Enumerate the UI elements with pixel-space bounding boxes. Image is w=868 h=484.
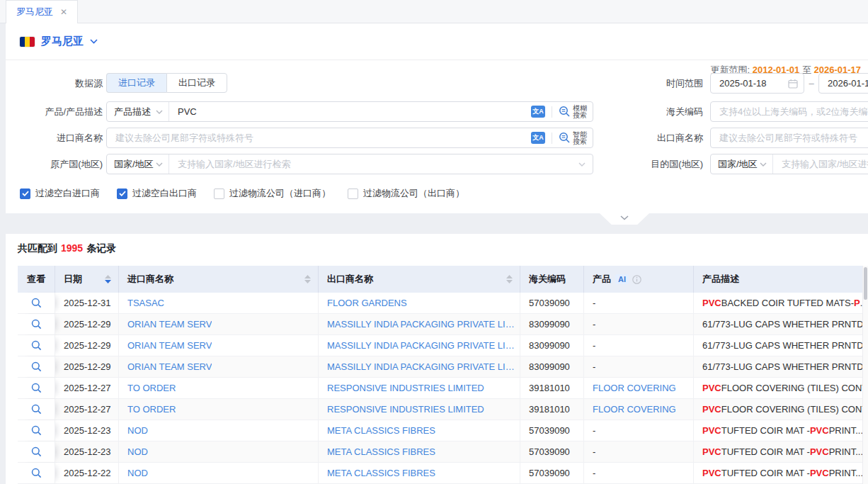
- importer-link[interactable]: ORIAN TEAM SERV: [127, 340, 212, 351]
- cell-product[interactable]: FLOOR COVERING: [584, 378, 694, 398]
- cell-exporter[interactable]: RESPONSIVE INDUSTRIES LIMITED: [319, 378, 520, 398]
- product-link[interactable]: FLOOR COVERING: [593, 404, 676, 415]
- exporter-link[interactable]: MASSILLY INDIA PACKAGING PRIVATE LIMI...: [327, 319, 520, 330]
- cell-importer[interactable]: NOD: [119, 463, 319, 483]
- cell-product: -: [584, 463, 694, 483]
- importer-input[interactable]: 建议去除公司尾部字符或特殊符号: [107, 132, 531, 145]
- search-icon: [31, 383, 42, 393]
- sort-icon-date[interactable]: [105, 275, 111, 283]
- chevron-down-icon[interactable]: [578, 162, 586, 167]
- scrollbar-thumb[interactable]: [864, 267, 867, 300]
- smart-search-button[interactable]: 智能搜索: [559, 131, 587, 145]
- importer-link[interactable]: TO ORDER: [127, 383, 176, 393]
- hs-code-input[interactable]: 支持4位以上海关编码，或2位海关编码加工: [710, 101, 868, 122]
- cell-exporter[interactable]: META CLASSICS FIBRES: [319, 441, 520, 462]
- translate-icon[interactable]: 文A: [531, 106, 545, 118]
- date-start-input[interactable]: 2025-01-18: [710, 73, 804, 94]
- cell-description: 61/773-LUG CAPS WHETHER PRNTD...: [694, 335, 862, 356]
- product-link[interactable]: FLOOR COVERING: [593, 383, 676, 393]
- table-row: 2025-12-27TO ORDERRESPONSIVE INDUSTRIES …: [18, 378, 862, 399]
- col-exporter[interactable]: 出口商名称: [319, 266, 520, 293]
- chevron-down-icon[interactable]: [90, 39, 98, 44]
- data-source-option-0[interactable]: 进口记录: [106, 73, 166, 93]
- cell-importer[interactable]: ORIAN TEAM SERV: [119, 335, 319, 356]
- importer-link[interactable]: ORIAN TEAM SERV: [127, 361, 212, 372]
- cell-product: -: [584, 293, 694, 313]
- cell-importer[interactable]: TSASAC: [119, 293, 319, 313]
- importer-link[interactable]: TSASAC: [127, 298, 164, 308]
- importer-link[interactable]: NOD: [127, 425, 148, 436]
- view-record-button[interactable]: [18, 356, 55, 377]
- sort-icon-exporter[interactable]: [506, 275, 513, 283]
- filter-checkbox-1[interactable]: 过滤空白出口商: [117, 187, 197, 200]
- cell-importer[interactable]: TO ORDER: [119, 399, 319, 420]
- col-date[interactable]: 日期: [55, 266, 119, 293]
- importer-link[interactable]: NOD: [127, 446, 148, 457]
- cell-importer[interactable]: ORIAN TEAM SERV: [119, 356, 319, 377]
- exporter-link[interactable]: META CLASSICS FIBRES: [327, 446, 435, 457]
- exporter-link[interactable]: FLOOR GARDENS: [327, 298, 407, 308]
- cell-exporter[interactable]: MASSILLY INDIA PACKAGING PRIVATE LIMI...: [319, 314, 520, 334]
- filter-checkbox-2[interactable]: 过滤物流公司（进口商）: [214, 187, 331, 200]
- tab-romania[interactable]: 罗马尼亚 ✕: [6, 0, 78, 23]
- exporter-link[interactable]: RESPONSIVE INDUSTRIES LIMITED: [327, 383, 484, 393]
- hs-code-label: 海关编码: [611, 101, 703, 122]
- view-record-button[interactable]: [18, 441, 55, 462]
- importer-link[interactable]: ORIAN TEAM SERV: [127, 319, 212, 330]
- cell-exporter[interactable]: MASSILLY INDIA PACKAGING PRIVATE LIMI...: [319, 356, 520, 377]
- filter-checkbox-3[interactable]: 过滤物流公司（出口商）: [348, 187, 464, 200]
- exporter-link[interactable]: META CLASSICS FIBRES: [327, 425, 435, 436]
- origin-country-select[interactable]: 国家/地区: [107, 154, 169, 174]
- view-record-button[interactable]: [18, 399, 55, 420]
- exporter-link[interactable]: MASSILLY INDIA PACKAGING PRIVATE LIMI...: [327, 340, 520, 351]
- product-field-select[interactable]: 产品描述: [107, 102, 169, 121]
- cell-product[interactable]: FLOOR COVERING: [584, 399, 694, 420]
- cell-hs-code: 39181010: [520, 378, 584, 398]
- exporter-input[interactable]: 建议去除公司尾部字符或特殊符号: [710, 128, 868, 148]
- results-panel: 共匹配到1995条记录 查看 日期 进口商名称 出口商名称: [6, 234, 868, 484]
- exporter-link[interactable]: RESPONSIVE INDUSTRIES LIMITED: [327, 404, 484, 415]
- view-record-button[interactable]: [18, 293, 55, 313]
- cell-importer[interactable]: TO ORDER: [119, 378, 319, 398]
- importer-label: 进口商名称: [6, 128, 103, 148]
- cell-exporter[interactable]: MASSILLY INDIA PACKAGING PRIVATE LIMI...: [319, 335, 520, 356]
- view-record-button[interactable]: [18, 314, 55, 334]
- cell-exporter[interactable]: FLOOR GARDENS: [319, 293, 520, 313]
- vertical-scrollbar[interactable]: [862, 266, 868, 484]
- translate-icon[interactable]: 文A: [531, 132, 545, 144]
- cell-exporter[interactable]: META CLASSICS FIBRES: [319, 420, 520, 441]
- col-importer[interactable]: 进口商名称: [119, 266, 319, 293]
- filter-checkbox-label: 过滤物流公司（出口商）: [363, 187, 464, 200]
- cell-description: PVC BACKED COIR TUFTED MATS-P...: [694, 293, 862, 313]
- cell-hs-code: 83099090: [520, 335, 584, 356]
- cell-product: -: [584, 335, 694, 356]
- cell-exporter[interactable]: META CLASSICS FIBRES: [319, 463, 520, 483]
- origin-country-input[interactable]: 支持输入国家/地区进行检索: [169, 158, 578, 171]
- exporter-link[interactable]: META CLASSICS FIBRES: [327, 468, 435, 478]
- keyword-highlight: PVC: [810, 446, 829, 457]
- filter-checkbox-0[interactable]: 过滤空白进口商: [20, 187, 100, 200]
- dest-country-select[interactable]: 国家/地区: [711, 154, 773, 174]
- exporter-link[interactable]: MASSILLY INDIA PACKAGING PRIVATE LIMI...: [327, 361, 520, 372]
- fuzzy-search-button[interactable]: 模糊搜索: [559, 105, 587, 119]
- importer-link[interactable]: TO ORDER: [127, 404, 176, 415]
- importer-link[interactable]: NOD: [127, 468, 148, 478]
- dest-country-input[interactable]: 支持输入国家/地区进行检索: [773, 158, 868, 171]
- view-record-button[interactable]: [18, 463, 55, 483]
- view-record-button[interactable]: [18, 378, 55, 398]
- close-icon[interactable]: ✕: [60, 7, 67, 17]
- info-icon[interactable]: [632, 275, 641, 284]
- cell-importer[interactable]: NOD: [119, 441, 319, 462]
- sort-icon-importer[interactable]: [304, 275, 311, 283]
- cell-importer[interactable]: NOD: [119, 420, 319, 441]
- data-source-option-1[interactable]: 出口记录: [166, 73, 227, 93]
- cell-date: 2025-12-23: [55, 420, 119, 441]
- date-end-input[interactable]: 2026-01-17: [818, 73, 868, 94]
- view-record-button[interactable]: [18, 335, 55, 356]
- product-input[interactable]: PVC: [169, 106, 531, 117]
- cell-importer[interactable]: ORIAN TEAM SERV: [119, 314, 319, 334]
- collapse-panel-handle[interactable]: [600, 213, 649, 225]
- view-record-button[interactable]: [18, 420, 55, 441]
- cell-exporter[interactable]: RESPONSIVE INDUSTRIES LIMITED: [319, 399, 520, 420]
- country-name[interactable]: 罗马尼亚: [41, 35, 84, 48]
